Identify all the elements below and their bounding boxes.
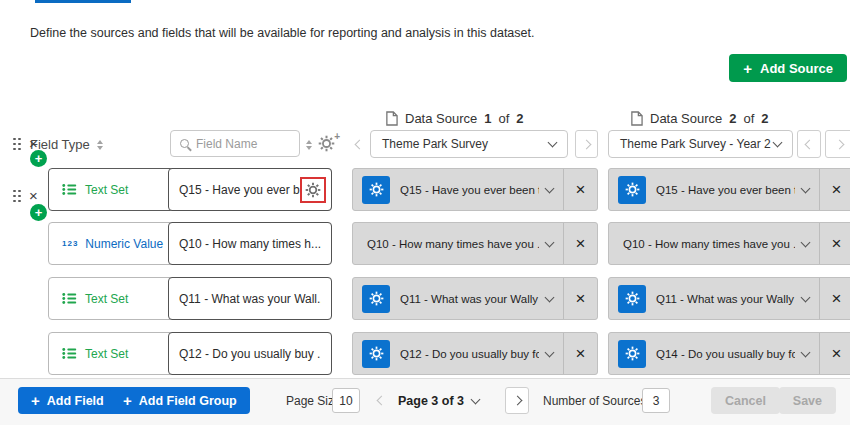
prev-page-button[interactable] xyxy=(372,387,390,414)
field-name-cell[interactable]: Q15 - Have you ever b xyxy=(168,168,332,211)
mapping-label: Q10 - How many times have you ... xyxy=(623,238,795,250)
mapping-cell: Q11 - What was your Wally ... × xyxy=(608,277,850,320)
chevron-down-icon xyxy=(471,394,481,404)
field-settings-gear-icon[interactable] xyxy=(305,182,321,198)
page-indicator[interactable]: Page 3 of 3 xyxy=(398,387,479,414)
mapping-label: Q12 - Do you usually buy fo... xyxy=(400,348,539,360)
scroll-sources-prev-button[interactable] xyxy=(797,130,821,158)
remove-mapping-button[interactable]: × xyxy=(564,223,597,264)
sort-icon[interactable] xyxy=(306,140,312,150)
chevron-down-icon xyxy=(545,183,555,193)
remove-mapping-button[interactable]: × xyxy=(820,333,850,374)
field-name-cell[interactable]: Q11 - What was your Wall... xyxy=(168,277,332,320)
drag-handle-icon[interactable] xyxy=(13,189,21,203)
plus-icon: + xyxy=(35,206,43,219)
remove-mapping-button[interactable]: × xyxy=(820,278,850,319)
remove-mapping-button[interactable]: × xyxy=(820,169,850,210)
plus-icon: + xyxy=(31,393,40,408)
active-tab-indicator xyxy=(35,0,131,3)
field-row-4: Text Set Q12 - Do you usually buy ... xyxy=(48,332,332,375)
document-icon xyxy=(630,111,643,126)
source-2-selected: Theme Park Survey - Year 2 xyxy=(620,137,771,151)
drag-handle-icon[interactable] xyxy=(13,137,21,151)
mapping-settings-button[interactable] xyxy=(618,176,646,204)
add-source-button[interactable]: + Add Source xyxy=(729,54,847,82)
mapping-cell: Q10 - How many times have you ... × xyxy=(608,222,850,265)
insert-field-below-button[interactable]: + xyxy=(30,204,47,221)
gear-icon xyxy=(369,346,384,361)
field-name-cell[interactable]: Q12 - Do you usually buy ... xyxy=(168,332,332,375)
insert-field-above-button[interactable]: + xyxy=(30,150,47,167)
remove-mapping-button[interactable]: × xyxy=(564,333,597,374)
save-button[interactable]: Save xyxy=(779,387,836,414)
add-source-label: Add Source xyxy=(760,61,833,76)
field-row-2: 123 Numeric Value Q10 - How many times h… xyxy=(48,222,332,265)
mapping-select[interactable]: Q12 - Do you usually buy fo... xyxy=(390,333,563,374)
mapping-cell: Q15 - Have you ever been t... × xyxy=(608,168,850,211)
num-sources-input[interactable] xyxy=(642,388,670,413)
gear-icon xyxy=(625,182,640,197)
mapping-settings-button[interactable] xyxy=(362,340,390,368)
remove-mapping-button[interactable]: × xyxy=(564,169,597,210)
add-field-button[interactable]: + Add Field xyxy=(18,387,117,414)
remove-mapping-button[interactable]: × xyxy=(820,223,850,264)
mapping-label: Q15 - Have you ever been t... xyxy=(400,184,539,196)
remove-row-icon[interactable]: × xyxy=(29,136,38,151)
chevron-down-icon xyxy=(801,237,811,247)
mapping-select[interactable]: Q15 - Have you ever been t... xyxy=(390,169,563,210)
source-header-of: of xyxy=(744,111,755,126)
add-field-group-label: Add Field Group xyxy=(139,394,237,408)
gear-icon xyxy=(625,346,640,361)
mapping-settings-button[interactable] xyxy=(362,285,390,313)
mapping-select[interactable]: Q14 - Do you usually buy fo... xyxy=(646,333,819,374)
scroll-sources-left-button[interactable] xyxy=(350,130,368,158)
chevron-down-icon xyxy=(545,292,555,302)
numeric-icon: 123 xyxy=(62,239,78,248)
add-field-group-button[interactable]: + Add Field Group xyxy=(110,387,250,414)
remove-mapping-button[interactable]: × xyxy=(564,278,597,319)
chevron-down-icon xyxy=(801,183,811,193)
plus-icon: + xyxy=(743,61,752,76)
field-name-text: Q10 - How many times h... xyxy=(179,237,321,251)
source-header-index: 2 xyxy=(729,111,736,126)
field-row-3: Text Set Q11 - What was your Wall... xyxy=(48,277,332,320)
mapping-select[interactable]: Q10 - How many times have you ... xyxy=(609,223,819,264)
mapping-select[interactable]: Q10 - How many times have you ... xyxy=(353,223,563,264)
page-size-input[interactable] xyxy=(332,388,360,413)
source-header-label: Data Source xyxy=(650,111,722,126)
scroll-sources-right-button[interactable] xyxy=(825,130,850,158)
mapping-select[interactable]: Q11 - What was your Wally ... xyxy=(646,278,819,319)
mapping-settings-button[interactable] xyxy=(618,340,646,368)
mapping-settings-button[interactable] xyxy=(618,285,646,313)
field-type-value: Text Set xyxy=(85,347,128,361)
field-name-search-input[interactable] xyxy=(196,137,290,151)
mapping-label: Q11 - What was your Wally ... xyxy=(656,293,795,305)
source-1-select[interactable]: Theme Park Survey xyxy=(370,130,568,158)
gear-icon xyxy=(369,291,384,306)
chevron-down-icon xyxy=(773,138,783,148)
mapping-select[interactable]: Q11 - What was your Wally ... xyxy=(390,278,563,319)
field-name-search[interactable] xyxy=(170,130,300,157)
gear-icon xyxy=(625,291,640,306)
remove-row-icon[interactable]: × xyxy=(29,188,38,203)
next-page-button[interactable] xyxy=(505,387,529,414)
sort-icon[interactable] xyxy=(97,140,103,150)
field-name-cell[interactable]: Q10 - How many times h... xyxy=(168,222,332,265)
chevron-down-icon xyxy=(545,237,555,247)
mapping-cell: Q11 - What was your Wally ... × xyxy=(352,277,598,320)
mapping-label: Q14 - Do you usually buy fo... xyxy=(656,348,795,360)
annotation-highlight-box xyxy=(300,177,326,203)
gear-icon xyxy=(369,182,384,197)
search-icon xyxy=(180,139,189,148)
mapping-select[interactable]: Q15 - Have you ever been t... xyxy=(646,169,819,210)
mapping-cell: Q15 - Have you ever been t... × xyxy=(352,168,598,211)
source-1-next-button[interactable] xyxy=(575,130,598,158)
mapping-settings-button[interactable] xyxy=(362,176,390,204)
add-field-label: Add Field xyxy=(47,394,104,408)
source-2-select[interactable]: Theme Park Survey - Year 2 xyxy=(608,130,793,158)
mapping-cell: Q10 - How many times have you ... × xyxy=(352,222,598,265)
header-row-gutter: × xyxy=(13,136,38,151)
cancel-button[interactable]: Cancel xyxy=(711,387,780,414)
document-icon xyxy=(385,111,398,126)
column-settings-gear-icon[interactable]: + xyxy=(318,135,338,155)
